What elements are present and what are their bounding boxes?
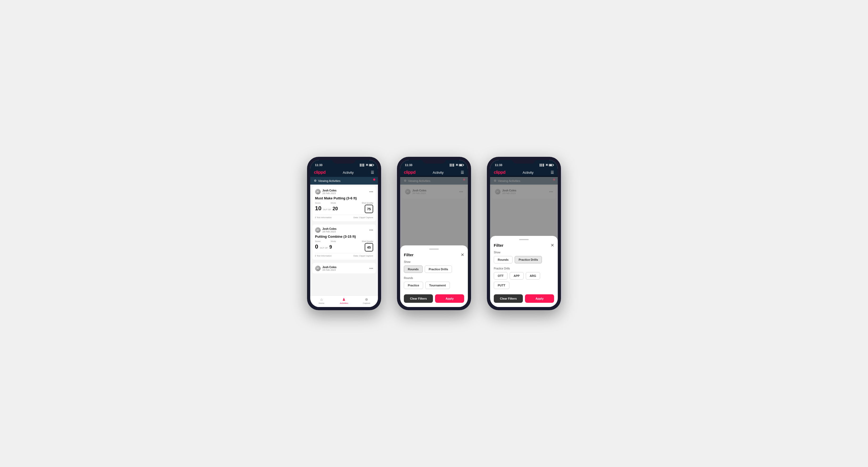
status-icons-1: ▌▌▌ ⌘	[360, 164, 373, 166]
apply-btn-2[interactable]: Apply	[435, 294, 464, 303]
viewing-dot-1	[373, 179, 375, 181]
footer-info-2: ℹ Test Information	[315, 255, 332, 257]
practice-drills-btn-2[interactable]: Practice Drills	[425, 266, 452, 273]
logo-2: clippd	[404, 170, 415, 175]
activity-card-3[interactable]: JC Josh Coles 28 Feb 2023 •••	[312, 263, 376, 274]
activity-card-2[interactable]: JC Josh Coles 28 Feb 2023 ••• Putting Co…	[312, 224, 376, 260]
filter-actions-3: Clear Filters Apply	[494, 294, 554, 303]
filter-sheet-2: Filter ✕ Show Rounds Practice Drills Rou…	[400, 245, 468, 307]
logo-1: clippd	[314, 170, 326, 175]
capture-icon-1: ⊕	[365, 297, 368, 302]
card-footer-1: ℹ Test Information Data: Clippd Capture	[315, 215, 373, 219]
avatar-3: JC	[315, 266, 321, 271]
nav-activities-1[interactable]: ♟ Activities	[333, 297, 355, 304]
outof-2: OUT OF	[320, 247, 328, 249]
menu-icon-2[interactable]: ☰	[461, 170, 464, 175]
signal-icon: ▌▌▌	[360, 164, 365, 166]
user-date-1: 28 Feb 2023	[322, 192, 336, 195]
shots-value-2: 9	[329, 244, 332, 250]
user-name-2: Josh Coles	[322, 227, 336, 230]
user-details-2: Josh Coles 28 Feb 2023	[322, 227, 336, 233]
wifi-icon-3: ⌘	[546, 164, 548, 166]
user-details-3: Josh Coles 28 Feb 2023	[322, 266, 336, 271]
time-1: 11:33	[315, 163, 322, 166]
show-label-3: Show	[494, 251, 554, 254]
more-dots-2[interactable]: •••	[369, 228, 373, 232]
activities-label-1: Activities	[340, 302, 348, 304]
user-date-3: 28 Feb 2023	[322, 269, 336, 271]
viewing-bar-1[interactable]: ⚙ Viewing Activities	[310, 177, 378, 185]
card-header-3: JC Josh Coles 28 Feb 2023 •••	[315, 266, 373, 271]
apply-btn-3[interactable]: Apply	[525, 294, 554, 303]
header-title-3: Activity	[523, 170, 533, 175]
user-info-2: JC Josh Coles 28 Feb 2023	[315, 227, 336, 233]
filter-close-3[interactable]: ✕	[551, 243, 554, 248]
user-details-1: Josh Coles 28 Feb 2023	[322, 189, 336, 195]
menu-icon-3[interactable]: ☰	[551, 170, 554, 175]
header-title-1: Activity	[343, 170, 353, 175]
card-footer-2: ℹ Test Information Data: Clippd Capture	[315, 253, 373, 257]
header-title-2: Activity	[433, 170, 443, 175]
user-date-2: 28 Feb 2023	[322, 230, 336, 233]
filter-icon-1: ⚙	[314, 179, 317, 183]
shots-label-1: Shots	[331, 202, 336, 204]
stats-row-1: 10 OUT OF 20 75	[315, 205, 373, 213]
sheet-handle-2	[429, 249, 439, 250]
phone-2: 11:33 ▌▌▌ ⌘ clippd Activity ☰ ⚙	[397, 157, 471, 310]
putt-btn-3[interactable]: PUTT	[494, 282, 509, 289]
user-info-3: JC Josh Coles 28 Feb 2023	[315, 266, 336, 271]
activity-card-1[interactable]: JC Josh Coles 28 Feb 2023 ••• Must Make …	[312, 186, 376, 221]
avatar-1: JC	[315, 189, 321, 195]
battery-icon-3	[549, 164, 553, 166]
practice-drills-btn-3[interactable]: Practice Drills	[515, 256, 542, 263]
home-icon-1: ⌂	[320, 297, 322, 302]
signal-icon-3: ▌▌▌	[540, 164, 545, 166]
score-label-2: Score	[315, 240, 320, 243]
user-name-3: Josh Coles	[322, 266, 336, 269]
more-dots-3[interactable]: •••	[369, 266, 373, 271]
activities-icon-1: ♟	[342, 297, 346, 302]
battery-icon	[369, 164, 373, 166]
card-header-2: JC Josh Coles 28 Feb 2023 •••	[315, 227, 373, 233]
nav-home-1[interactable]: ⌂ Home	[310, 297, 333, 304]
clear-filters-btn-3[interactable]: Clear Filters	[494, 294, 523, 303]
card-title-1: Must Make Putting (3-6 ft)	[315, 196, 373, 200]
filter-actions-2: Clear Filters Apply	[404, 294, 464, 303]
sheet-handle-3	[519, 239, 529, 240]
more-dots-1[interactable]: •••	[369, 190, 373, 194]
time-2: 11:33	[405, 163, 412, 166]
arg-btn-3[interactable]: ARG	[526, 272, 540, 280]
footer-data-2: Data: Clippd Capture	[353, 255, 373, 257]
tournament-btn-2[interactable]: Tournament	[425, 282, 450, 289]
filter-title-3: Filter	[494, 243, 503, 248]
filter-header-3: Filter ✕	[494, 243, 554, 248]
practice-btn-2[interactable]: Practice	[404, 282, 423, 289]
shots-label-2: Shots	[331, 240, 336, 243]
user-name-1: Josh Coles	[322, 189, 336, 192]
logo-3: clippd	[494, 170, 505, 175]
time-3: 11:33	[495, 163, 502, 166]
wifi-icon-2: ⌘	[456, 164, 458, 166]
rounds-btn-2[interactable]: Rounds	[404, 266, 423, 273]
nav-capture-1[interactable]: ⊕ Capture	[355, 297, 378, 304]
clear-filters-btn-2[interactable]: Clear Filters	[404, 294, 433, 303]
phone-1-inner: 11:33 ▌▌▌ ⌘ clippd Activity ☰ ⚙	[310, 160, 378, 307]
menu-icon-1[interactable]: ☰	[371, 170, 374, 175]
filter-close-2[interactable]: ✕	[461, 252, 464, 257]
viewing-bar-text-1: Viewing Activities	[318, 179, 340, 183]
shot-quality-1: 75	[365, 205, 373, 213]
outof-1: OUT OF	[323, 208, 331, 211]
scene: 11:33 ▌▌▌ ⌘ clippd Activity ☰ ⚙	[291, 141, 577, 326]
status-icons-2: ▌▌▌ ⌘	[450, 164, 463, 166]
shotquality-label-2: Shot Quality	[362, 240, 373, 243]
bottom-nav-1: ⌂ Home ♟ Activities ⊕ Capture	[310, 295, 378, 307]
practice-drills-section-label-3: Practice Drills	[494, 267, 554, 270]
signal-icon-2: ▌▌▌	[450, 164, 455, 166]
drills-buttons-3: OTT APP ARG PUTT	[494, 272, 554, 289]
score-value-1: 10	[315, 205, 321, 212]
notch-2	[422, 157, 446, 164]
app-btn-3[interactable]: APP	[509, 272, 524, 280]
rounds-btn-3[interactable]: Rounds	[494, 256, 513, 263]
ott-btn-3[interactable]: OTT	[494, 272, 507, 280]
notch-3	[512, 157, 536, 164]
